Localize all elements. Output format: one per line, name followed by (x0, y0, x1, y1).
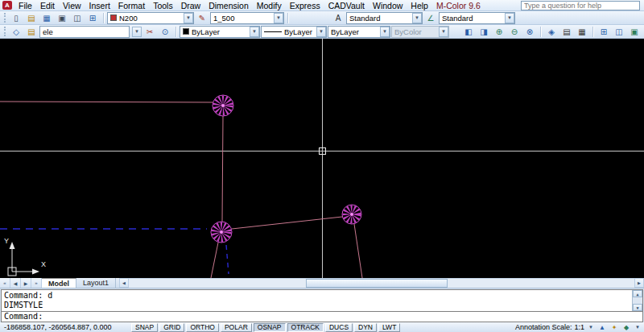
toggle-osnap[interactable]: OSNAP (254, 323, 286, 332)
dim-style-combo[interactable]: Standard ▼ (439, 12, 515, 24)
horizontal-scrollbar[interactable]: ◀ ▶ (119, 278, 644, 288)
annotation-scale-value[interactable]: 1:1 (575, 323, 585, 331)
help-search-input[interactable] (521, 1, 640, 10)
annotation-scale-icon[interactable]: ▲ (597, 323, 607, 332)
text-style-combo[interactable]: Standard ▼ (346, 12, 423, 24)
annotation-scale-arrow-icon[interactable]: ▼ (587, 325, 595, 330)
text-style-icon[interactable]: A (331, 12, 345, 24)
match-properties-icon[interactable]: ⊙ (158, 26, 172, 38)
toggle-otrack[interactable]: OTRACK (287, 323, 324, 332)
tab-nav-first-icon[interactable]: « (0, 278, 10, 288)
toolbar-separator (592, 27, 593, 37)
toolbar-separator (540, 27, 541, 37)
menu-express[interactable]: Express (286, 1, 324, 10)
layer-isolate-icon[interactable]: ▦ (575, 26, 589, 38)
scale-combo-arrow-icon[interactable]: ▼ (274, 13, 283, 23)
status-menu-arrow-icon[interactable]: ▼ (634, 325, 642, 330)
layer-combo-arrow-icon[interactable]: ▼ (184, 13, 193, 23)
command-history[interactable]: Command: d DIMSTYLE ▲ ▼ (1, 289, 643, 312)
lineweight-combo[interactable]: ByLayer ▼ (328, 26, 390, 38)
annotation-visibility-icon[interactable]: ✦ (609, 323, 619, 332)
color-combo[interactable]: ByLayer ▼ (180, 26, 260, 38)
layer-prev-icon[interactable]: ◫ (612, 26, 626, 38)
open-small-icon[interactable]: ▤ (24, 26, 39, 38)
menu-help[interactable]: Help (407, 1, 432, 10)
toggle-snap[interactable]: SNAP (131, 323, 158, 332)
annotation-autoscale-icon[interactable]: ◆ (621, 323, 631, 332)
save-icon[interactable]: ▦ (39, 12, 54, 24)
layer-thaw-icon[interactable]: ⊖ (507, 26, 522, 38)
layer-states-icon[interactable]: ▣ (627, 26, 642, 38)
toggle-lwt[interactable]: LWT (378, 323, 400, 332)
layer-match-icon[interactable]: ◈ (544, 26, 559, 38)
layer-off-icon[interactable]: ◨ (477, 26, 491, 38)
scrollbar-thumb[interactable] (306, 279, 448, 288)
drawing-canvas[interactable]: Y X (0, 39, 644, 278)
toolbar-grip[interactable] (4, 13, 6, 23)
scroll-right-icon[interactable]: ▶ (634, 278, 644, 288)
toggle-ortho[interactable]: ORTHO (186, 323, 219, 332)
menu-format[interactable]: Format (114, 1, 149, 10)
command-input-line[interactable]: Command: (1, 312, 643, 322)
color-combo-arrow-icon[interactable]: ▼ (250, 27, 259, 37)
toggle-ducs[interactable]: DUCS (325, 323, 353, 332)
qnew-icon[interactable]: ▯ (9, 12, 23, 24)
menu-modify[interactable]: Modify (253, 1, 286, 10)
menu-edit[interactable]: Edit (36, 1, 59, 10)
tab-nav-last-icon[interactable]: » (31, 278, 42, 288)
menu-insert[interactable]: Insert (85, 1, 114, 10)
cad-lines[interactable] (0, 102, 362, 278)
menu-mcolor[interactable]: M-Color 9.6 (432, 1, 485, 10)
dashed-boundary-lines[interactable] (0, 229, 229, 274)
tree-symbol[interactable] (342, 205, 361, 224)
layer-freeze-icon[interactable]: ⊕ (492, 26, 506, 38)
dim-style-icon[interactable]: ∠ (423, 12, 438, 24)
scroll-up-icon[interactable]: ▲ (633, 290, 642, 297)
menu-cadvault[interactable]: CADVault (324, 1, 369, 10)
open-icon[interactable]: ▤ (24, 12, 39, 24)
layer-combo[interactable]: N200 ▼ (107, 12, 194, 24)
layer-merge-icon[interactable]: ⊞ (597, 26, 611, 38)
menu-view[interactable]: View (59, 1, 85, 10)
command-scrollbar[interactable]: ▲ ▼ (632, 290, 642, 311)
menu-window[interactable]: Window (369, 1, 407, 10)
dim-style-combo-value: Standard (442, 14, 503, 23)
toggle-polar[interactable]: POLAR (221, 323, 252, 332)
scroll-left-icon[interactable]: ◀ (119, 278, 129, 288)
toggle-dyn[interactable]: DYN (354, 323, 377, 332)
scroll-down-icon[interactable]: ▼ (633, 304, 642, 311)
mcolor-pen-icon[interactable]: ✎ (195, 12, 209, 24)
coordinates-readout[interactable]: -186858.107, -260564.887, 0.000 (2, 323, 130, 331)
tab-nav-prev-icon[interactable]: ◀ (10, 278, 21, 288)
scale-combo[interactable]: 1_500 ▼ (210, 12, 284, 24)
plot-preview-icon[interactable]: ◫ (70, 12, 85, 24)
toggle-grid[interactable]: GRID (159, 323, 184, 332)
tab-model[interactable]: Model (42, 278, 76, 288)
search-layer-input[interactable] (39, 26, 130, 38)
menu-file[interactable]: File (14, 1, 36, 10)
text-style-combo-arrow-icon[interactable]: ▼ (412, 13, 422, 23)
tab-layout1[interactable]: Layout1 (76, 278, 116, 288)
app-icon[interactable]: A (2, 1, 12, 10)
linetype-combo[interactable]: ByLayer ▼ (261, 26, 327, 38)
layer-on-icon[interactable]: ◧ (461, 26, 476, 38)
layer-lock-icon[interactable]: ⊗ (522, 26, 537, 38)
tree-symbol[interactable] (211, 222, 232, 243)
dim-style-combo-arrow-icon[interactable]: ▼ (505, 13, 514, 23)
tree-symbol[interactable] (213, 95, 233, 116)
publish-icon[interactable]: ⊞ (85, 12, 100, 24)
menu-tools[interactable]: Tools (149, 1, 177, 10)
toolbar-grip[interactable] (4, 27, 6, 36)
scrollbar-track[interactable] (129, 278, 634, 288)
menu-dimension[interactable]: Dimension (204, 1, 253, 10)
drawing-area[interactable]: Y X (0, 39, 644, 278)
lineweight-combo-arrow-icon[interactable]: ▼ (380, 27, 390, 37)
snap-tool-icon[interactable]: ◇ (9, 26, 23, 38)
tab-nav-next-icon[interactable]: ▶ (21, 278, 31, 288)
search-input-arrow-icon[interactable]: ▼ (132, 27, 142, 37)
linetype-combo-arrow-icon[interactable]: ▼ (316, 27, 326, 37)
plot-icon[interactable]: ▣ (55, 12, 69, 24)
layer-walk-icon[interactable]: ▤ (559, 26, 574, 38)
menu-draw[interactable]: Draw (177, 1, 205, 10)
erase-tool-icon[interactable]: ✂ (142, 26, 157, 38)
